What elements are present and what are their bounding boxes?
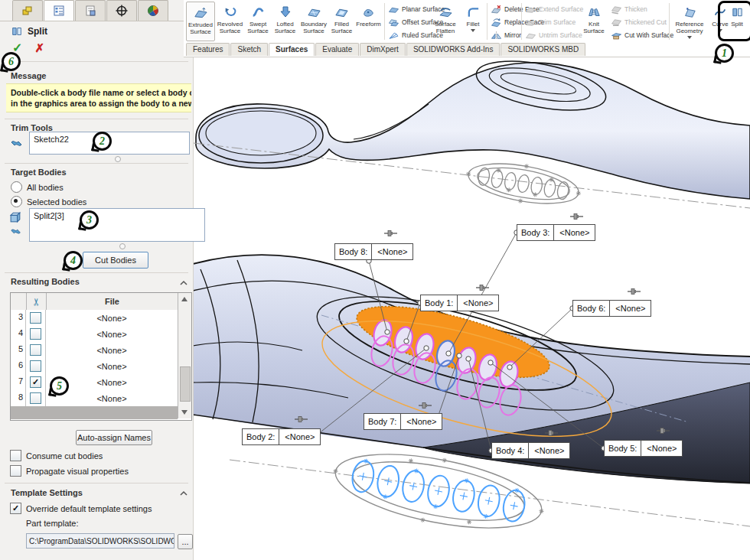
browse-button[interactable]: ... [178, 534, 193, 549]
callout-value[interactable]: <None> [401, 414, 442, 429]
reference-geometry-button[interactable]: Reference Geometry [672, 2, 707, 41]
cut-bodies-button[interactable]: Cut Bodies [83, 252, 148, 269]
callout-body-2[interactable]: Body 2: <None> [242, 428, 321, 445]
surface-flatten-button[interactable]: Surface Flatten [430, 2, 461, 41]
radio-circle[interactable] [11, 196, 22, 207]
row-checkbox[interactable] [26, 326, 46, 342]
scroll-thumb[interactable] [180, 366, 191, 402]
freeform-button[interactable]: Freeform [355, 2, 382, 41]
callout-value[interactable]: <None> [641, 441, 682, 456]
table-scrollbar[interactable] [178, 293, 191, 418]
callout-value[interactable]: <None> [458, 295, 498, 311]
row-file-cell[interactable]: <None> [46, 342, 178, 358]
selected-bodies-radio[interactable]: Selected bodies [11, 196, 86, 207]
callout-label: Body 6: [573, 301, 610, 316]
manager-tabs [12, 0, 169, 21]
tab-features[interactable]: Features [186, 43, 230, 56]
row-file-cell[interactable]: <None> [46, 358, 178, 374]
callout-label: Body 5: [605, 441, 641, 456]
fillet-button[interactable]: Fillet [462, 2, 484, 41]
table-row: 6 <None> [11, 358, 178, 375]
planar-surface-icon [388, 5, 399, 15]
checkbox[interactable] [10, 450, 21, 461]
resulting-bodies-table: ✂ File 3 <None> 4 <None> 5 <None> 6 [10, 292, 192, 421]
override-template-checkbox[interactable]: ✓ Override default template settings [10, 503, 152, 514]
divider [5, 61, 188, 62]
top-profile-sketch[interactable] [463, 154, 585, 213]
row-checkbox[interactable] [26, 358, 46, 374]
knit-surface-button[interactable]: Knit Surface [579, 2, 609, 41]
delete-face-icon [491, 5, 502, 15]
reference-geometry-dropdown-icon[interactable] [687, 36, 692, 39]
checkbox[interactable] [10, 465, 21, 477]
callout-body-4[interactable]: Body 4: <None> [491, 442, 570, 459]
lofted-surface-button[interactable]: Lofted Surface [272, 2, 298, 41]
extruded-surface-button[interactable]: Extruded Surface [186, 2, 215, 41]
tab-surfaces[interactable]: Surfaces [269, 43, 315, 56]
configuration-manager-tab[interactable] [75, 0, 106, 21]
tab-evaluate[interactable]: Evaluate [315, 43, 359, 56]
callout-value[interactable]: <None> [610, 301, 651, 316]
thickened-cut-icon [611, 18, 622, 28]
tabstrip-divider [0, 21, 193, 21]
step-annotation-1: 1 [715, 44, 734, 63]
collapse-chevron-icon[interactable] [179, 280, 188, 286]
fillet-dropdown-icon[interactable] [471, 29, 475, 32]
scroll-up-icon[interactable] [181, 297, 188, 301]
callout-body-1[interactable]: Body 1: <None> [420, 295, 499, 311]
resize-grip[interactable] [119, 243, 126, 249]
callout-value[interactable]: <None> [529, 443, 569, 458]
all-bodies-radio[interactable]: All bodies [11, 181, 64, 193]
revolved-surface-button[interactable]: Revolved Surface [216, 2, 244, 41]
consume-cut-bodies-checkbox[interactable]: Consume cut bodies [10, 450, 103, 461]
cancel-button[interactable]: ✗ [34, 41, 44, 55]
checkbox-checked[interactable]: ✓ [10, 503, 21, 514]
callout-body-5[interactable]: Body 5: <None> [604, 440, 683, 457]
row-checkbox[interactable] [26, 390, 46, 406]
template-settings-header: Template Settings [11, 488, 83, 497]
callout-value[interactable]: <None> [279, 429, 320, 444]
callout-label: Body 3: [517, 225, 554, 240]
scissors-icon: ✂ [31, 298, 42, 306]
callout-body-6[interactable]: Body 6: <None> [572, 300, 651, 317]
tab-dimxpert[interactable]: DimXpert [360, 43, 406, 56]
row-file-cell[interactable]: <None> [46, 310, 178, 326]
row-checkbox-checked[interactable]: ✓ [26, 374, 46, 390]
property-manager-tab[interactable] [44, 0, 74, 21]
row-checkbox[interactable] [26, 310, 46, 326]
top-spoon-model[interactable] [196, 57, 750, 199]
tab-solidworks-add-ins[interactable]: SOLIDWORKS Add-Ins [406, 43, 500, 56]
radio-circle[interactable] [11, 181, 22, 193]
offset-surface-icon [388, 18, 399, 28]
propagate-visual-properties-checkbox[interactable]: Propagate visual properties [10, 465, 129, 477]
dimxpert-manager-tab[interactable] [106, 0, 137, 21]
callout-label: Body 7: [364, 414, 401, 429]
scroll-down-icon[interactable] [181, 410, 188, 415]
tab-solidworks-mbd[interactable]: SOLIDWORKS MBD [501, 43, 585, 56]
target-bodies-selection-list[interactable]: Split2[3] [29, 208, 205, 242]
resize-grip[interactable] [115, 156, 121, 162]
callout-value[interactable]: <None> [372, 244, 412, 259]
part-template-path-field[interactable]: C:\ProgramData\SOLIDWORKS\SOLIDWOR [26, 533, 174, 549]
callout-body-8[interactable]: Body 8: <None> [334, 243, 413, 260]
auto-assign-names-button[interactable]: Auto-assign Names [76, 430, 152, 445]
cut-with-surface-button[interactable]: Cut With Surface [611, 29, 673, 41]
message-header: Message [11, 71, 46, 80]
display-manager-icon [147, 5, 159, 17]
boundary-surface-button[interactable]: Boundary Surface [299, 2, 328, 41]
callout-body-3[interactable]: Body 3: <None> [517, 224, 595, 241]
tab-sketch[interactable]: Sketch [230, 43, 268, 56]
display-manager-tab[interactable] [138, 0, 168, 21]
extend-surface-icon [525, 5, 536, 15]
ruled-surface-icon [388, 31, 399, 41]
swept-surface-button[interactable]: Swept Surface [245, 2, 271, 41]
collapse-chevron-icon[interactable] [179, 490, 188, 497]
callout-body-7[interactable]: Body 7: <None> [364, 413, 442, 430]
callout-value[interactable]: <None> [554, 225, 595, 240]
callout-label: Body 4: [492, 443, 529, 458]
feature-manager-tab[interactable] [12, 0, 43, 21]
filled-surface-button[interactable]: Filled Surface [329, 2, 354, 41]
row-checkbox[interactable] [26, 342, 46, 358]
row-file-cell[interactable]: <None> [46, 326, 178, 342]
divider [5, 119, 188, 119]
